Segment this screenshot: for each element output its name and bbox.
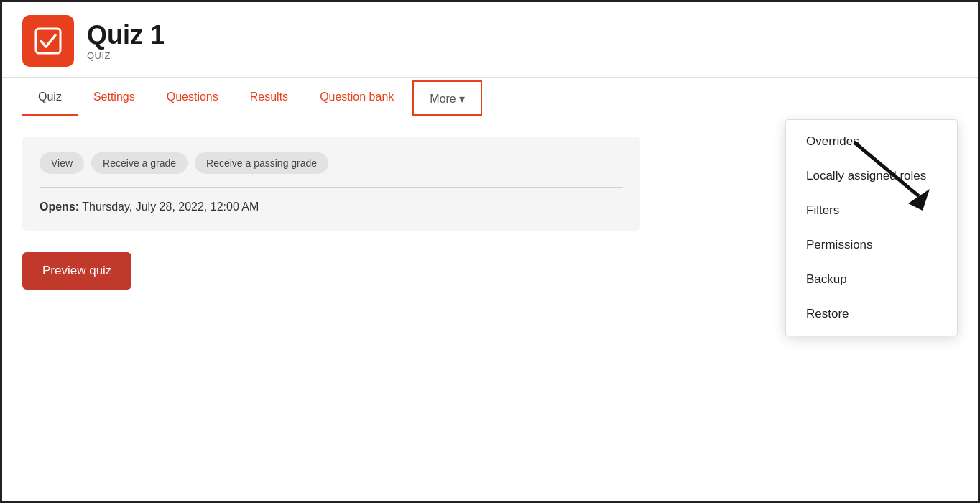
tab-questions[interactable]: Questions	[151, 78, 234, 116]
tab-question-bank[interactable]: Question bank	[304, 78, 410, 116]
badge-receive-passing-grade: Receive a passing grade	[195, 152, 328, 174]
tab-settings[interactable]: Settings	[78, 78, 151, 116]
svg-rect-0	[36, 29, 60, 53]
dropdown-menu: Overrides Locally assigned roles Filters…	[785, 119, 958, 336]
header-text: Quiz 1 QUIZ	[87, 21, 165, 62]
page-subtitle: QUIZ	[87, 50, 165, 61]
quiz-check-icon	[34, 27, 63, 55]
dropdown-item-locally-assigned-roles[interactable]: Locally assigned roles	[786, 159, 957, 193]
dropdown-item-filters[interactable]: Filters	[786, 193, 957, 228]
tab-more[interactable]: More ▾	[412, 80, 482, 116]
more-label: More	[430, 93, 459, 105]
quiz-icon	[22, 15, 74, 67]
badge-view: View	[40, 152, 84, 174]
header: Quiz 1 QUIZ	[2, 2, 978, 78]
badge-receive-grade: Receive a grade	[91, 152, 188, 174]
opens-label: Opens:	[40, 200, 79, 213]
tab-results[interactable]: Results	[234, 78, 304, 116]
preview-quiz-button[interactable]: Preview quiz	[22, 252, 131, 290]
badges-row: View Receive a grade Receive a passing g…	[40, 152, 623, 174]
dropdown-item-permissions[interactable]: Permissions	[786, 228, 957, 262]
opens-date: Thursday, July 28, 2022, 12:00 AM	[82, 200, 259, 213]
dropdown-item-restore[interactable]: Restore	[786, 297, 957, 331]
preview-quiz-label: Preview quiz	[42, 264, 111, 277]
tab-quiz[interactable]: Quiz	[22, 78, 78, 116]
nav-area: Quiz Settings Questions Results Question…	[2, 78, 978, 116]
divider	[40, 187, 623, 188]
dropdown-item-overrides[interactable]: Overrides	[786, 124, 957, 159]
nav-tabs: Quiz Settings Questions Results Question…	[2, 78, 978, 116]
chevron-down-icon: ▾	[459, 93, 465, 105]
page-wrapper: Quiz 1 QUIZ Quiz Settings Questions Resu…	[2, 2, 978, 501]
content-box: View Receive a grade Receive a passing g…	[22, 137, 640, 231]
dropdown-item-backup[interactable]: Backup	[786, 262, 957, 297]
opens-text: Opens: Thursday, July 28, 2022, 12:00 AM	[40, 200, 623, 213]
page-title: Quiz 1	[87, 21, 165, 50]
